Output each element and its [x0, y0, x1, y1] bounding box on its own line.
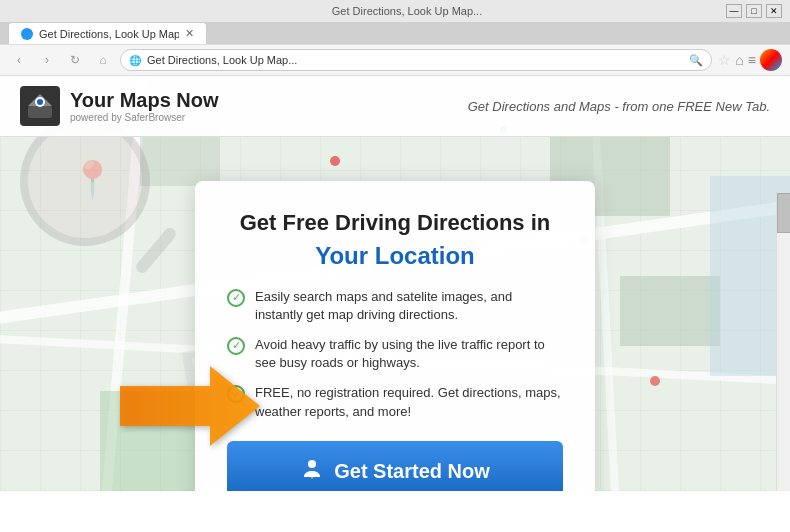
tab-close-button[interactable]: ✕	[185, 27, 194, 40]
title-bar: Get Directions, Look Up Map... — □ ✕	[0, 0, 790, 22]
scrollbar[interactable]	[776, 193, 790, 491]
main-heading: Get Free Driving Directions in	[227, 209, 563, 238]
tab-favicon-icon	[21, 28, 33, 40]
svg-marker-4	[120, 366, 260, 446]
address-bar[interactable]: 🌐 Get Directions, Look Up Map... 🔍	[120, 49, 712, 71]
forward-button[interactable]: ›	[36, 49, 58, 71]
feature-item-1: ✓ Easily search maps and satelite images…	[227, 288, 563, 324]
header-tagline: Get Directions and Maps - from one FREE …	[468, 99, 770, 114]
logo-text: Your Maps Now powered by SaferBrowser	[70, 89, 219, 123]
back-button[interactable]: ‹	[8, 49, 30, 71]
feature-text-1: Easily search maps and satelite images, …	[255, 288, 563, 324]
nav-right-icons: ☆ ⌂ ≡	[718, 49, 782, 71]
feature-item-2: ✓ Avoid heavy traffic by using the live …	[227, 336, 563, 372]
tab-bar: Get Directions, Look Up Map... ✕	[0, 22, 790, 44]
cta-button-icon	[300, 457, 324, 486]
search-icon: 🔍	[689, 54, 703, 67]
window-title: Get Directions, Look Up Map...	[332, 5, 482, 17]
logo-name: Your Maps Now	[70, 89, 219, 112]
avatar-icon[interactable]	[760, 49, 782, 71]
map-dot-3	[650, 376, 660, 386]
map-dot-1	[330, 156, 340, 166]
maximize-button[interactable]: □	[746, 4, 762, 18]
feature-text-2: Avoid heavy traffic by using the live tr…	[255, 336, 563, 372]
arrow-graphic	[120, 366, 260, 450]
logo-area: Your Maps Now powered by SaferBrowser	[20, 86, 219, 126]
nav-bar: ‹ › ↻ ⌂ 🌐 Get Directions, Look Up Map...…	[0, 44, 790, 76]
feature-text-3: FREE, no registration required. Get dire…	[255, 384, 563, 420]
person-pin-icon	[300, 457, 324, 481]
site-header: Your Maps Now powered by SaferBrowser Ge…	[0, 76, 790, 137]
logo-icon	[20, 86, 60, 126]
cta-button-label: Get Started Now	[334, 460, 490, 483]
minimize-button[interactable]: —	[726, 4, 742, 18]
map-block-2	[620, 276, 720, 346]
magnifier-pin-icon: 📍	[70, 159, 115, 201]
svg-point-5	[308, 460, 316, 468]
home-button[interactable]: ⌂	[92, 49, 114, 71]
address-text: Get Directions, Look Up Map...	[147, 54, 683, 66]
window-controls: — □ ✕	[726, 4, 782, 18]
tab-label: Get Directions, Look Up Map...	[39, 28, 179, 40]
menu-icon[interactable]: ≡	[748, 52, 756, 68]
content-area: DEMO 📍	[0, 76, 790, 491]
feature-list: ✓ Easily search maps and satelite images…	[227, 288, 563, 421]
logo-svg-icon	[26, 92, 54, 120]
svg-rect-0	[28, 106, 52, 118]
svg-point-3	[37, 99, 43, 105]
home-icon[interactable]: ⌂	[735, 52, 743, 68]
address-favicon-icon: 🌐	[129, 55, 141, 66]
refresh-button[interactable]: ↻	[64, 49, 86, 71]
feature-item-3: ✓ FREE, no registration required. Get di…	[227, 384, 563, 420]
get-started-button[interactable]: Get Started Now	[227, 441, 563, 491]
scrollbar-thumb[interactable]	[777, 193, 790, 233]
close-button[interactable]: ✕	[766, 4, 782, 18]
logo-subtitle: powered by SaferBrowser	[70, 112, 219, 123]
check-icon-1: ✓	[227, 289, 245, 307]
check-icon-2: ✓	[227, 337, 245, 355]
browser-window: Get Directions, Look Up Map... — □ ✕ Get…	[0, 0, 790, 491]
main-subheading: Your Location	[227, 242, 563, 270]
cta-arrow-icon	[120, 366, 260, 446]
bookmark-icon[interactable]: ☆	[718, 52, 731, 68]
magnifier-handle	[134, 226, 179, 276]
magnifier-graphic: 📍	[20, 116, 190, 316]
active-tab[interactable]: Get Directions, Look Up Map... ✕	[8, 22, 207, 44]
